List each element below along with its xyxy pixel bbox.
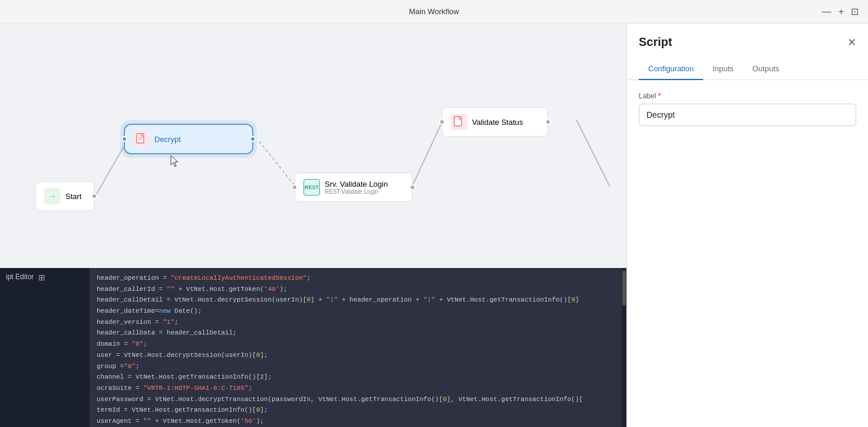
code-line: termId = VtNet.Host.getTransactionInfo()… <box>90 405 622 416</box>
decrypt-handle-left[interactable] <box>121 136 127 142</box>
decrypt-node[interactable]: Decrypt <box>124 124 253 154</box>
code-line: header_callDetail = VtNet.Host.decryptSe… <box>90 294 622 306</box>
editor-title: ipt Editor <box>6 273 34 281</box>
script-panel: Script ✕ Configuration Inputs Outputs La… <box>626 24 868 427</box>
code-line: userAgent = "" + VtNet.Host.getToken('50… <box>90 416 622 427</box>
code-line: domain = "0"; <box>90 339 622 350</box>
restore-button[interactable]: ⊡ <box>851 7 859 16</box>
minimize-button[interactable]: — <box>822 7 831 16</box>
validate-status-handle-right[interactable] <box>545 119 551 125</box>
code-line: header_version = "1"; <box>90 317 622 328</box>
label-field-label: Label * <box>639 92 856 100</box>
editor-collapse-button[interactable]: ⊞ <box>38 273 45 282</box>
decrypt-label: Decrypt <box>154 135 181 144</box>
code-line: userPassword = VtNet.Host.decryptTransac… <box>90 394 622 405</box>
start-label: Start <box>65 192 81 201</box>
code-line: header_operation = "createLocallyAuthent… <box>90 273 622 284</box>
close-button[interactable]: ✕ <box>847 36 856 49</box>
decrypt-handle-right[interactable] <box>250 136 256 142</box>
connection-lines <box>0 24 626 268</box>
tab-inputs[interactable]: Inputs <box>703 58 742 80</box>
start-icon: → <box>44 188 61 204</box>
srv-validate-handle-right[interactable] <box>410 184 415 190</box>
label-input[interactable] <box>639 104 856 126</box>
decrypt-icon <box>133 131 150 147</box>
window-title: Main Workflow <box>409 7 459 16</box>
editor-main: header_operation = "createLocallyAuthent… <box>90 268 626 427</box>
code-line: header_callData = header_callDetail; <box>90 327 622 339</box>
svg-rect-5 <box>454 117 461 126</box>
script-tabs: Configuration Inputs Outputs <box>627 58 868 80</box>
srv-validate-node[interactable]: REST Srv. Validate Login REST.Validate L… <box>295 173 412 202</box>
validate-status-label: Validate Status <box>472 118 523 127</box>
label-field: Label * <box>639 92 856 126</box>
srv-validate-sublabel: REST.Validate Login <box>325 188 388 195</box>
tab-configuration[interactable]: Configuration <box>639 58 703 80</box>
left-section: → Start Decrypt <box>0 24 626 427</box>
svg-rect-4 <box>137 134 144 143</box>
editor-row: ipt Editor ⊞ header_operation = "createL… <box>0 268 626 427</box>
code-line: channel = VtNet.Host.getTransactionInfo(… <box>90 372 622 383</box>
start-handle-right[interactable] <box>91 193 97 199</box>
mouse-cursor <box>170 154 181 166</box>
canvas-area[interactable]: → Start Decrypt <box>0 24 626 268</box>
code-editor[interactable]: header_operation = "createLocallyAuthent… <box>90 268 622 427</box>
script-panel-body: Label * <box>627 80 868 427</box>
script-panel-title: Script <box>639 35 672 49</box>
editor-scrollbar-thumb[interactable] <box>622 270 626 306</box>
required-indicator: * <box>658 92 661 100</box>
tab-outputs[interactable]: Outputs <box>743 58 789 80</box>
validate-status-node[interactable]: Validate Status <box>442 107 548 137</box>
code-line: group ="0"; <box>90 361 622 372</box>
code-line: header_callerId = "" + VtNet.Host.getTok… <box>90 284 622 295</box>
start-node[interactable]: → Start <box>35 181 94 211</box>
svg-line-0 <box>96 141 127 195</box>
workspace: → Start Decrypt <box>0 24 868 427</box>
svg-line-1 <box>259 141 295 186</box>
code-line: user = VtNet.Host.decryptSession(userIn)… <box>90 350 622 361</box>
code-line: header_dateTime=new Date(); <box>90 306 622 317</box>
code-line: ocraSuite = "VRTR-1:HOTP-SHA1-6:C-T10S"; <box>90 383 622 394</box>
title-bar: Main Workflow — + ⊡ <box>0 0 868 24</box>
svg-line-3 <box>576 120 610 187</box>
script-panel-header: Script ✕ <box>627 24 868 49</box>
srv-validate-icon: REST <box>303 179 320 196</box>
srv-validate-handle-left[interactable] <box>292 184 298 190</box>
svg-line-2 <box>412 120 443 186</box>
srv-validate-label: Srv. Validate Login <box>325 180 388 188</box>
editor-scrollbar[interactable] <box>622 268 626 427</box>
validate-status-icon <box>451 114 467 130</box>
validate-status-handle-left[interactable] <box>439 119 445 125</box>
editor-sidebar: ipt Editor ⊞ <box>0 268 90 427</box>
window-controls: — + ⊡ <box>822 7 859 16</box>
maximize-button[interactable]: + <box>839 7 844 16</box>
